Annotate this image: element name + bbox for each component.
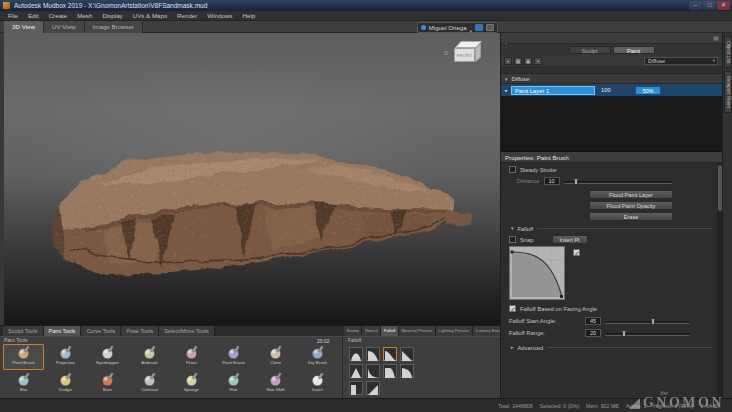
falloff-preset-dome[interactable] (400, 364, 414, 378)
tool-burn[interactable]: Burn (87, 371, 128, 397)
slider-track (564, 181, 672, 184)
flood-paint-opacity-button[interactable]: Flood Paint Opacity (589, 201, 673, 210)
3d-viewport[interactable]: FRONT (4, 33, 500, 325)
slider-handle[interactable] (651, 318, 655, 325)
side-tab-object-list[interactable]: Object List (724, 36, 732, 68)
tool-eyedropper[interactable]: Eyedropper (87, 344, 128, 370)
tool-dry-brush[interactable]: Dry Brush (297, 344, 338, 370)
view-tab-uv-view[interactable]: UV View (44, 21, 85, 33)
scrollbar-thumb[interactable] (718, 165, 722, 211)
close-button[interactable] (717, 1, 730, 10)
layer-row-selected[interactable]: Paint Layer 1 100 50% (501, 84, 722, 96)
minimize-button[interactable] (689, 1, 702, 10)
tool-dodge[interactable]: Dodge (45, 371, 86, 397)
tool-pencil[interactable]: Pencil (171, 344, 212, 370)
falloff-preset-smooth[interactable] (383, 347, 397, 361)
falloff-curve-editor[interactable] (509, 246, 565, 304)
apps-badge-icon[interactable] (486, 24, 494, 31)
tool-hue[interactable]: Hue (213, 371, 254, 397)
layer-opacity-value[interactable]: 100 (601, 87, 619, 93)
expand-icon[interactable] (507, 345, 517, 350)
tray-left-caption: Paint Tools (4, 338, 27, 343)
snap-row: Snap Insert Pt (509, 235, 588, 244)
tool-paint-erase[interactable]: Paint Erase (213, 344, 254, 370)
layer-size-chip[interactable]: 50% (635, 86, 661, 95)
menu-edit[interactable]: Edit (23, 11, 44, 21)
falloff-preset-plateau[interactable] (383, 364, 397, 378)
delete-layer-icon[interactable] (534, 57, 542, 65)
erase-button[interactable]: Erase (589, 212, 673, 221)
menu-uvs-maps[interactable]: UVs & Maps (128, 11, 172, 21)
falloff-preset-step[interactable] (349, 381, 363, 395)
new-group-icon[interactable] (514, 57, 522, 65)
view-cube-front-face[interactable]: FRONT (454, 48, 475, 62)
maximize-button[interactable] (703, 1, 716, 10)
advanced-section-label: Advanced (517, 345, 543, 351)
tool-paint-brush[interactable]: Paint Brush (3, 344, 44, 370)
menu-create[interactable]: Create (44, 11, 73, 21)
distance-label: Distance (517, 178, 540, 184)
view-cube[interactable]: FRONT (452, 40, 484, 66)
view-tab-3d-view[interactable]: 3D View (4, 21, 44, 33)
menu-bar: FileEditCreateMeshDisplayUVs & MapsRende… (0, 11, 732, 21)
curve-mirror-checkbox[interactable] (573, 249, 580, 256)
menu-windows[interactable]: Windows (202, 11, 237, 21)
layer-group-row[interactable]: Diffuse (501, 74, 722, 84)
menu-file[interactable]: File (3, 11, 23, 21)
menu-display[interactable]: Display (97, 11, 127, 21)
tool-clone[interactable]: Clone (255, 344, 296, 370)
tool-airbrush[interactable]: Airbrush (129, 344, 170, 370)
tool-icon-pencil (184, 345, 199, 360)
home-icon[interactable] (444, 49, 448, 56)
tool-label: Airbrush (141, 360, 157, 365)
start-angle-value[interactable]: 45 (585, 317, 601, 325)
menu-render[interactable]: Render (172, 11, 202, 21)
tool-icon-projection (58, 345, 73, 360)
channel-dropdown[interactable]: Diffuse (644, 57, 718, 65)
tool-hue-shift[interactable]: Hue Shift (255, 371, 296, 397)
view-tab-image-browser[interactable]: Image Browser (85, 21, 144, 33)
distance-value[interactable]: 10 (544, 177, 560, 185)
falloff-range-value[interactable]: 20 (585, 329, 601, 337)
tool-blur[interactable]: Blur (3, 371, 44, 397)
falloff-preset-sharp[interactable] (366, 364, 380, 378)
steady-stroke-checkbox[interactable] (509, 166, 516, 173)
snap-checkbox[interactable] (509, 236, 516, 243)
status-segment: Highest: 0 (99%) (653, 403, 692, 409)
falloff-preset-linear[interactable] (400, 347, 414, 361)
distance-slider[interactable] (564, 178, 672, 185)
view-cube-side-face[interactable] (475, 43, 481, 62)
insert-pt-button[interactable]: Insert Pt (552, 235, 588, 244)
flood-paint-layer-button[interactable]: Flood Paint Layer (589, 190, 673, 199)
signin-badge-icon[interactable] (475, 24, 483, 31)
side-tab-viewport-filters[interactable]: Viewport Filters (724, 71, 732, 113)
layer-name[interactable]: Paint Layer 1 (511, 86, 595, 95)
new-layer-icon[interactable] (504, 57, 512, 65)
facing-angle-checkbox[interactable] (509, 305, 516, 312)
menu-mesh[interactable]: Mesh (72, 11, 97, 21)
menu-help[interactable]: Help (237, 11, 260, 21)
falloff-preset-bell[interactable] (349, 347, 363, 361)
falloff-section-header[interactable]: Falloff (507, 224, 712, 233)
slider-handle[interactable] (574, 178, 578, 185)
falloff-preset-ramp[interactable] (366, 381, 380, 395)
collapse-icon[interactable] (501, 77, 511, 82)
advanced-section-header[interactable]: Advanced (507, 343, 712, 352)
tool-sponge[interactable]: Sponge (171, 371, 212, 397)
side-tab-strip: Object ListViewport Filters (722, 33, 732, 398)
tool-invert[interactable]: Invert (297, 371, 338, 397)
start-angle-slider[interactable] (605, 318, 689, 325)
eye-icon[interactable] (501, 88, 511, 93)
panel-menu-icon[interactable] (713, 33, 719, 44)
falloff-preset-ease[interactable] (366, 347, 380, 361)
slider-handle[interactable] (622, 330, 626, 337)
layers-tab-paint[interactable]: Paint (613, 46, 655, 54)
tool-contrast[interactable]: Contrast (129, 371, 170, 397)
account-menu[interactable]: Miguel Ortega (417, 22, 498, 33)
layers-tab-sculpt[interactable]: Sculpt (569, 46, 611, 54)
collapse-icon[interactable] (507, 226, 517, 231)
duplicate-layer-icon[interactable] (524, 57, 532, 65)
falloff-preset-spike[interactable] (349, 364, 363, 378)
falloff-range-slider[interactable] (605, 330, 689, 337)
tool-projection[interactable]: Projection (45, 344, 86, 370)
